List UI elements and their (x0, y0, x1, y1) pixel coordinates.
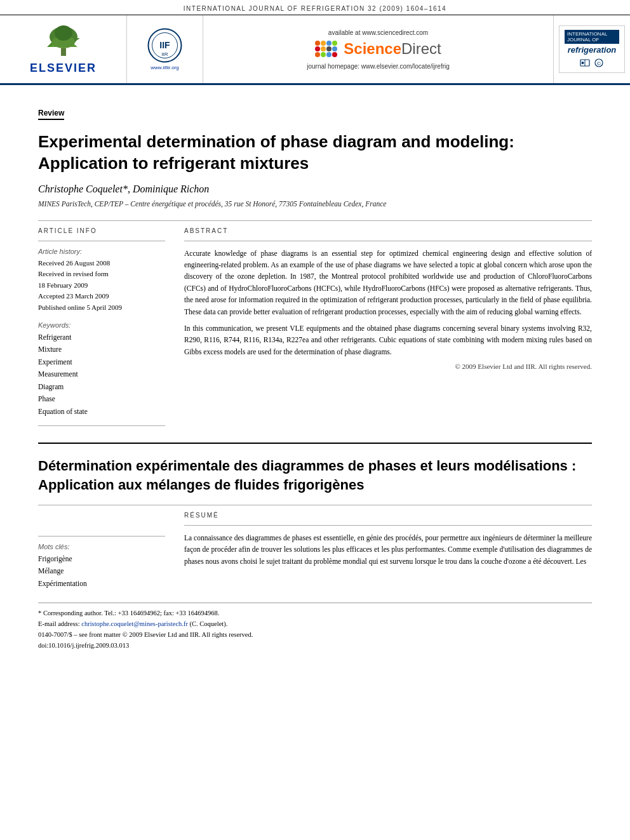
copyright: © 2009 Elsevier Ltd and IIR. All rights … (184, 363, 592, 370)
elsevier-wordmark: ELSEVIER (30, 62, 97, 75)
keyword-3: Experiment (38, 356, 165, 369)
accepted-date: Accepted 23 March 2009 (38, 291, 165, 302)
article-info-col: ARTICLE INFO Article history: Received 2… (38, 227, 165, 433)
published-date: Published online 5 April 2009 (38, 302, 165, 314)
iifiir-url: www.iifiir.org (151, 65, 178, 70)
main-content: Review Experimental determination of pha… (0, 85, 630, 651)
article-info-header: ARTICLE INFO (38, 227, 165, 234)
affiliation: MINES ParisTech, CEP/TEP – Centre énergé… (38, 200, 592, 208)
abstract-para-1: Accurate knowledge of phase diagrams is … (184, 248, 592, 317)
page: INTERNATIONAL JOURNAL OF REFRIGERATION 3… (0, 0, 630, 840)
two-col-section: ARTICLE INFO Article history: Received 2… (38, 227, 592, 433)
svg-rect-0 (61, 48, 66, 56)
elsevier-logo: ELSEVIER (0, 15, 127, 83)
divider-left-2 (38, 425, 165, 426)
svg-point-5 (55, 25, 72, 41)
keyword-eos: Equation of state (38, 406, 165, 418)
divider-1 (38, 220, 592, 221)
iifiir-logo: IIF IIR www.iifiir.org (127, 15, 203, 83)
email-link[interactable]: christophe.coquelet@mines-paristech.fr (81, 620, 188, 627)
sciencedirect-text: ScienceDirect (344, 40, 441, 58)
refrig-icon-2: © (593, 57, 605, 69)
svg-text:IIR: IIR (161, 51, 168, 57)
article-history: Received 26 August 2008 Received in revi… (38, 258, 165, 314)
keywords-label: Keywords: (38, 321, 165, 329)
abstract-header: ABSTRACT (184, 227, 592, 234)
journal-url: journal homepage: www.elsevier.com/locat… (307, 63, 450, 70)
refrig-icons: © (565, 57, 619, 69)
mots-cles-list: Frigorigène Mélange Expérimentation (38, 553, 165, 590)
author-names: Christophe Coquelet*, Dominique Richon (38, 183, 209, 194)
refrig-logo-inner: INTERNATIONAL JOURNAL OF refrigeration © (559, 25, 625, 73)
doi-note: doi:10.1016/j.ijrefrig.2009.03.013 (38, 641, 592, 651)
sd-dots-icon (315, 41, 337, 57)
iifiir-emblem-icon: IIF IIR (147, 28, 182, 63)
abstract-col: ABSTRACT Accurate knowledge of phase dia… (184, 227, 592, 433)
footnotes: * Corresponding author. Tel.: +33 164694… (38, 603, 592, 651)
revised-date: 18 February 2009 (38, 280, 165, 291)
keyword-1: Refrigerant (38, 331, 165, 344)
section-label-wrapper: Review (38, 108, 592, 126)
abstract-text: Accurate knowledge of phase diagrams is … (184, 248, 592, 358)
french-title: Détermination expérimentale des diagramm… (38, 457, 592, 494)
corresponding-note: * Corresponding author. Tel.: +33 164694… (38, 608, 592, 619)
revised-label: Received in revised form (38, 269, 165, 280)
mots-cles-col: Mots clés: Frigorigène Mélange Expérimen… (38, 512, 165, 590)
keyword-2: Mixture (38, 343, 165, 356)
divider-left-1 (38, 241, 165, 241)
authors: Christophe Coquelet*, Dominique Richon (38, 183, 592, 195)
resume-para-1: La connaissance des diagrammes de phases… (184, 532, 592, 567)
email-label: E-mail address: (38, 620, 80, 627)
refrig-icon-1 (579, 57, 591, 69)
refrig-word: refrigeration (565, 45, 619, 55)
keyword-phase: Phase (38, 393, 165, 406)
divider-thick-1 (38, 443, 592, 444)
keyword-4: Measurement (38, 368, 165, 381)
logos-row: ELSEVIER IIF IIR www.iifiir.org availabl… (0, 15, 630, 85)
resume-col: RÉSUMÉ La connaissance des diagrammes de… (184, 512, 592, 590)
article-title: Experimental determination of phase diag… (38, 131, 592, 175)
email-note: E-mail address: christophe.coquelet@mine… (38, 619, 592, 630)
journal-header: INTERNATIONAL JOURNAL OF REFRIGERATION 3… (0, 0, 630, 15)
available-text: available at www.sciencedirect.com (328, 29, 428, 36)
refrig-top-bar: INTERNATIONAL JOURNAL OF (565, 30, 619, 44)
divider-french-1 (38, 505, 592, 505)
email-suffix: (C. Coquelet). (190, 620, 228, 627)
svg-text:©: © (597, 61, 601, 67)
section-label: Review (38, 109, 64, 120)
mot-cle-2: Mélange (38, 565, 165, 578)
divider-resume-1 (184, 525, 592, 526)
svg-text:IIF: IIF (159, 40, 170, 50)
mot-cle-1: Frigorigène (38, 553, 165, 566)
mot-cle-3: Expérimentation (38, 578, 165, 590)
rights-note: 0140-7007/$ – see front matter © 2009 El… (38, 630, 592, 641)
resume-header: RÉSUMÉ (184, 512, 592, 519)
sciencedirect-logo: ScienceDirect (315, 40, 441, 58)
keyword-5: Diagram (38, 381, 165, 394)
history-label: Article history: (38, 248, 165, 255)
abstract-para-2: In this communication, we present VLE eq… (184, 323, 592, 357)
french-two-col: Mots clés: Frigorigène Mélange Expérimen… (38, 512, 592, 590)
keywords-list: Refrigerant Mixture Experiment Measureme… (38, 331, 165, 418)
mots-cles-label: Mots clés: (38, 543, 165, 550)
journal-title: INTERNATIONAL JOURNAL OF REFRIGERATION 3… (184, 5, 446, 12)
sciencedirect-area: available at www.sciencedirect.com (203, 15, 554, 83)
refrigeration-logo: INTERNATIONAL JOURNAL OF refrigeration © (554, 15, 630, 83)
svg-point-12 (582, 62, 584, 64)
resume-text: La connaissance des diagrammes de phases… (184, 532, 592, 567)
received-date: Received 26 August 2008 (38, 258, 165, 269)
elsevier-tree-icon (38, 24, 89, 59)
divider-right-1 (184, 241, 592, 241)
divider-mc-1 (38, 536, 165, 537)
